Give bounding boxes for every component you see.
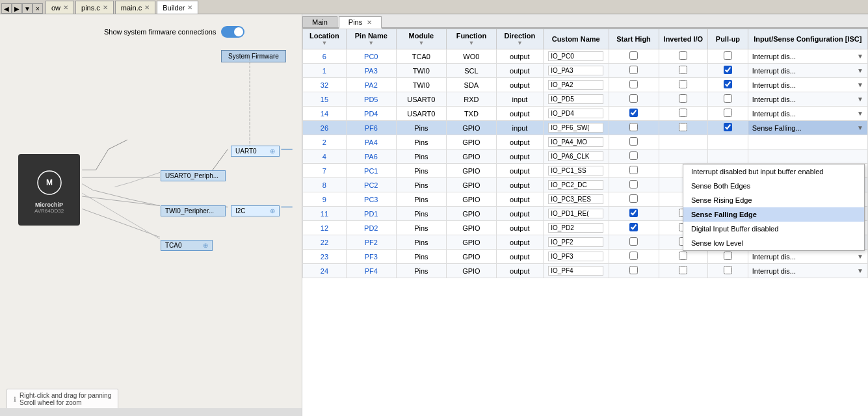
starthigh-checkbox[interactable] <box>629 151 638 160</box>
starthigh-checkbox[interactable] <box>629 51 638 60</box>
isc-dropdown-arrow[interactable]: ▼ <box>857 253 863 260</box>
tab-new-button[interactable]: × <box>33 3 43 14</box>
pinname-link[interactable]: PF6 <box>365 124 378 132</box>
table-container[interactable]: Location ▼ Pin Name ▼ Module ▼ Functio <box>302 29 868 416</box>
location-link[interactable]: 22 <box>321 239 328 246</box>
tab-ow-close[interactable]: ✕ <box>63 4 68 11</box>
filter-pinname-icon[interactable]: ▼ <box>350 40 392 46</box>
pinname-link[interactable]: PD4 <box>364 110 378 118</box>
filter-location-icon[interactable]: ▼ <box>307 40 342 46</box>
location-link[interactable]: 6 <box>322 53 326 60</box>
cell-isc[interactable] <box>748 135 867 150</box>
customname-input[interactable] <box>548 223 603 233</box>
pinname-link[interactable]: PA2 <box>365 81 378 89</box>
inverted-checkbox[interactable] <box>679 66 687 74</box>
location-link[interactable]: 14 <box>321 110 328 118</box>
tab-builder[interactable]: Builder ✕ <box>157 1 198 14</box>
customname-input[interactable] <box>548 180 603 190</box>
module-tca0[interactable]: TCA0 ⊕ <box>161 240 213 251</box>
location-link[interactable]: 32 <box>321 81 328 89</box>
customname-input[interactable] <box>548 194 603 204</box>
pinname-link[interactable]: PF4 <box>365 267 378 275</box>
isc-select[interactable]: Interrupt dis...▼ <box>752 53 863 60</box>
header-module[interactable]: Module ▼ <box>396 29 446 49</box>
cell-customname[interactable] <box>543 64 609 78</box>
pinname-link[interactable]: PF3 <box>365 253 378 261</box>
dropdown-option[interactable]: Sense Falling Edge <box>683 207 864 222</box>
cell-customname[interactable] <box>543 192 609 207</box>
cell-customname[interactable] <box>543 78 609 92</box>
customname-input[interactable] <box>548 209 603 218</box>
starthigh-checkbox[interactable] <box>629 223 638 231</box>
tab-pins-c-close[interactable]: ✕ <box>103 4 108 11</box>
header-location[interactable]: Location ▼ <box>303 29 347 49</box>
pinname-link[interactable]: PA3 <box>365 67 378 75</box>
location-link[interactable]: 12 <box>321 224 328 232</box>
pullup-checkbox[interactable] <box>724 252 732 260</box>
isc-select[interactable]: Interrupt dis...▼ <box>752 81 863 89</box>
inverted-checkbox[interactable] <box>679 252 687 260</box>
pullup-checkbox[interactable] <box>724 109 732 117</box>
isc-select[interactable]: Sense Falling...▼ <box>752 124 863 132</box>
inverted-checkbox[interactable] <box>679 80 687 88</box>
cell-isc[interactable] <box>748 150 867 164</box>
tab-pins[interactable]: Pins ✕ <box>339 16 382 29</box>
pinname-link[interactable]: PD5 <box>364 96 378 103</box>
pullup-checkbox[interactable] <box>724 266 732 274</box>
pinname-link[interactable]: PC3 <box>364 196 378 203</box>
pinname-link[interactable]: PD1 <box>364 210 378 218</box>
pinname-link[interactable]: PD2 <box>364 224 378 232</box>
customname-input[interactable] <box>548 51 603 61</box>
cell-isc[interactable]: Interrupt dis...▼ <box>748 64 867 78</box>
dropdown-option[interactable]: Sense low Level <box>683 236 864 250</box>
tab-ow[interactable]: ow ✕ <box>46 1 74 14</box>
isc-dropdown[interactable]: Interrupt disabled but input buffer enab… <box>683 164 865 251</box>
starthigh-checkbox[interactable] <box>629 252 638 260</box>
cell-isc[interactable]: Interrupt dis...▼ <box>748 107 867 121</box>
isc-dropdown-arrow[interactable]: ▼ <box>857 53 863 60</box>
location-link[interactable]: 8 <box>322 181 326 189</box>
isc-dropdown-arrow[interactable]: ▼ <box>857 96 863 103</box>
dropdown-option[interactable]: Digital Input Buffer disabled <box>683 222 864 236</box>
cell-customname[interactable] <box>543 150 609 164</box>
starthigh-checkbox[interactable] <box>629 123 638 131</box>
cell-customname[interactable] <box>543 178 609 192</box>
starthigh-checkbox[interactable] <box>629 137 638 146</box>
starthigh-checkbox[interactable] <box>629 109 638 117</box>
isc-select[interactable]: Interrupt dis...▼ <box>752 110 863 118</box>
filter-function-icon[interactable]: ▼ <box>451 40 492 46</box>
system-firmware-toggle[interactable] <box>221 26 244 38</box>
isc-select[interactable]: Interrupt dis...▼ <box>752 253 863 261</box>
tab-main-c[interactable]: main.c ✕ <box>115 1 155 14</box>
customname-input[interactable] <box>548 166 603 176</box>
location-link[interactable]: 23 <box>321 253 328 261</box>
module-usart0-periph[interactable]: USART0_Periph... <box>161 170 226 181</box>
location-link[interactable]: 2 <box>322 138 326 146</box>
customname-input[interactable] <box>548 94 603 104</box>
inverted-checkbox[interactable] <box>679 94 687 103</box>
diagram-area[interactable]: Show system firmware connections System … <box>0 14 302 416</box>
cell-isc[interactable]: Interrupt dis...▼ <box>748 78 867 92</box>
inverted-checkbox[interactable] <box>679 123 687 131</box>
inverted-checkbox[interactable] <box>679 266 687 274</box>
cell-customname[interactable] <box>543 92 609 107</box>
pullup-checkbox[interactable] <box>724 123 732 131</box>
starthigh-checkbox[interactable] <box>629 194 638 203</box>
cell-customname[interactable] <box>543 49 609 64</box>
pullup-checkbox[interactable] <box>724 80 732 88</box>
cell-customname[interactable] <box>543 207 609 221</box>
filter-direction-icon[interactable]: ▼ <box>501 40 539 46</box>
location-link[interactable]: 4 <box>322 153 326 161</box>
location-link[interactable]: 24 <box>321 267 328 275</box>
customname-input[interactable] <box>548 66 603 75</box>
starthigh-checkbox[interactable] <box>629 209 638 217</box>
customname-input[interactable] <box>548 80 603 90</box>
header-function[interactable]: Function ▼ <box>446 29 496 49</box>
cell-customname[interactable] <box>543 107 609 121</box>
starthigh-checkbox[interactable] <box>629 166 638 174</box>
pullup-checkbox[interactable] <box>724 66 732 74</box>
location-link[interactable]: 15 <box>321 96 328 103</box>
location-link[interactable]: 1 <box>322 67 326 75</box>
tab-navigation[interactable]: ◀ ▶ ▼ × <box>1 3 43 14</box>
dropdown-option[interactable]: Interrupt disabled but input buffer enab… <box>683 164 864 179</box>
